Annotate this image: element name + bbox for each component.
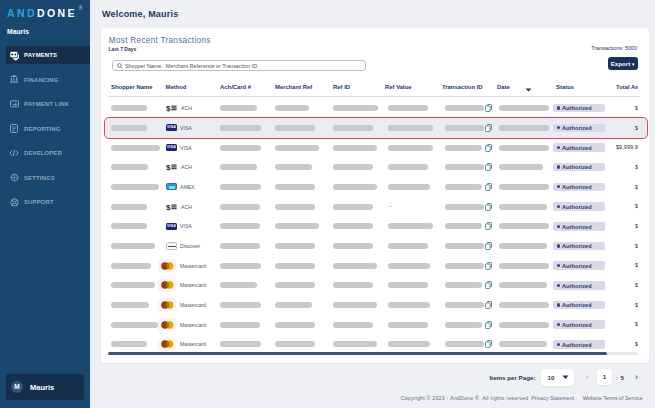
svg-text:$: $ <box>166 163 171 171</box>
svg-text:$: $ <box>166 104 171 112</box>
svg-text:$: $ <box>166 203 171 211</box>
